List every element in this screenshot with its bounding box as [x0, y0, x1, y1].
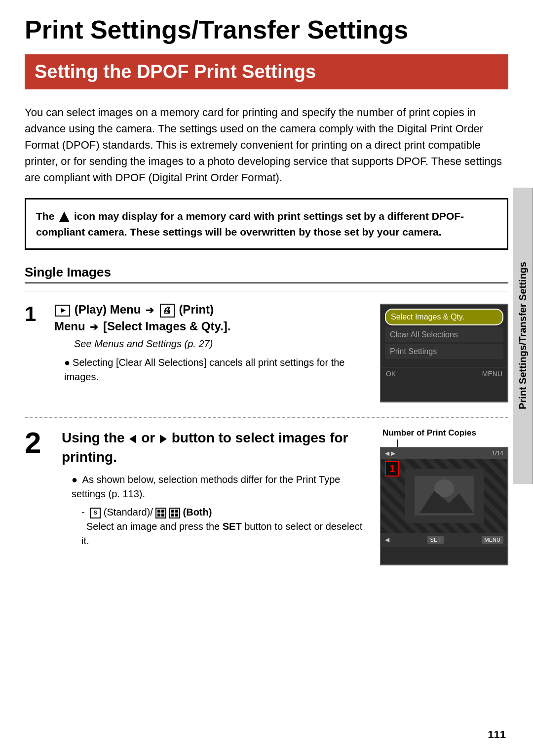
ss2-print-counter: 1: [385, 461, 399, 477]
left-arrow-icon: [129, 435, 136, 443]
play-menu-icon: ▶: [55, 305, 70, 317]
step2-using-label: Using the: [62, 430, 128, 445]
step2-or-label: or: [141, 430, 159, 445]
svg-rect-2: [157, 514, 160, 517]
step-1-see: See Menus and Settings (p. 27): [74, 338, 370, 350]
step2-sub1-text: Select an image and press the SET button…: [81, 521, 362, 546]
right-side-tab: Print Settings/Transfer Settings: [513, 188, 533, 484]
step-2-right-col: Number of Print Copies ◀ ▶ 1/14 1: [380, 428, 508, 565]
standard-icon: S: [90, 508, 101, 518]
step-2-instruction: Using the or button to select images for…: [62, 428, 370, 467]
ss2-indicator-line: [397, 439, 398, 447]
page-number: 111: [488, 728, 506, 741]
page-container: Print Settings/Transfer Settings Setting…: [0, 0, 533, 756]
intro-paragraph: You can select images on a memory card f…: [25, 104, 508, 186]
svg-rect-3: [161, 514, 164, 517]
ss2-top-bar: ◀ ▶ 1/14: [381, 448, 507, 459]
step2-standard-label: (Standard)/: [104, 507, 153, 517]
ss2-inner: ◀ ▶ 1/14 1: [381, 448, 507, 564]
section-header: Setting the DPOF Print Settings: [25, 54, 508, 89]
step-1-row: 1 ▶ (Play) Menu ➔ 🖨 (Print) Menu ➔ [Sele…: [25, 301, 508, 402]
right-arrow-icon: [160, 435, 167, 443]
print-menu-icon: 🖨: [160, 304, 175, 318]
both-icon: [169, 508, 180, 518]
step2-bullet1-text: As shown below, selection methods differ…: [72, 474, 340, 499]
step-1-bullet: Selecting [Clear All Selections] cancels…: [54, 356, 370, 384]
step-2-screenshot: ◀ ▶ 1/14 1: [380, 447, 508, 565]
svg-rect-0: [157, 510, 160, 513]
ss2-image-area: 1: [381, 459, 507, 533]
ss1-item-clear: Clear All Selections: [385, 327, 503, 342]
ss2-number-of-copies-label: Number of Print Copies: [380, 428, 476, 438]
warning-text-the: The: [36, 210, 54, 222]
svg-rect-5: [175, 510, 178, 513]
ss1-menu: Select Images & Qty. Clear All Selection…: [381, 305, 507, 365]
subsection-heading: Single Images: [25, 265, 508, 283]
ss2-zoom-label: ◀: [385, 536, 389, 543]
ss1-ok-label: OK: [386, 370, 396, 378]
ss1-item-select: Select Images & Qty.: [385, 309, 503, 325]
index-icon: [155, 508, 166, 518]
step-2-number: 2: [25, 428, 52, 458]
step-2-sub1: S (Standard)/ (Both) Select an image and…: [62, 505, 370, 548]
step-2-row: 2 Using the or button to select images f…: [25, 417, 508, 565]
ss2-set-btn: SET: [427, 536, 444, 544]
warning-text-body: icon may display for a memory card with …: [36, 210, 464, 238]
section-header-text: Setting the DPOF Print Settings: [35, 61, 316, 82]
svg-rect-1: [161, 510, 164, 513]
main-title: Print Settings/Transfer Settings: [0, 0, 533, 54]
step1-select-label: [Select Images & Qty.].: [103, 319, 230, 333]
warning-triangle-icon: [59, 211, 70, 222]
content-area: You can select images on a memory card f…: [0, 104, 533, 565]
ss2-top-left: ◀ ▶: [385, 450, 395, 457]
svg-rect-7: [175, 514, 178, 517]
step-1-number: 1: [25, 304, 44, 324]
step1-menu-label: Menu: [54, 319, 88, 333]
warning-box-text: The icon may display for a memory card w…: [36, 208, 497, 239]
svg-rect-6: [171, 514, 174, 517]
step-1-instruction: ▶ (Play) Menu ➔ 🖨 (Print) Menu ➔ [Select…: [54, 301, 370, 334]
menus-settings-link: Menus and Settings: [94, 338, 182, 349]
arrow-icon-1: ➔: [146, 303, 154, 317]
ss2-menu-btn: MENU: [482, 536, 503, 544]
step1-play-label: (Play) Menu: [75, 303, 144, 316]
ss2-placeholder-image: [405, 469, 484, 523]
step2-both-label: (Both): [183, 507, 212, 517]
arrow-icon-2: ➔: [90, 320, 98, 334]
step-1-screenshot: Select Images & Qty. Clear All Selection…: [380, 304, 508, 402]
ss2-top-right: 1/14: [492, 450, 503, 457]
ss1-item-print-settings: Print Settings: [385, 344, 503, 359]
step1-print-label: (Print): [179, 303, 214, 316]
warning-box: The icon may display for a memory card w…: [25, 198, 508, 250]
step-2-content: Using the or button to select images for…: [62, 428, 370, 551]
right-tab-text: Print Settings/Transfer Settings: [517, 262, 529, 410]
svg-rect-4: [171, 510, 174, 513]
step-2-bullet1: As shown below, selection methods differ…: [62, 473, 370, 501]
step-divider: [25, 291, 508, 291]
ss1-bottom-bar: OK MENU: [381, 367, 507, 380]
ss2-bottom-bar: ◀ SET MENU: [381, 533, 507, 547]
step-1-content: ▶ (Play) Menu ➔ 🖨 (Print) Menu ➔ [Select…: [54, 301, 370, 384]
ss1-menu-label: MENU: [482, 370, 502, 378]
